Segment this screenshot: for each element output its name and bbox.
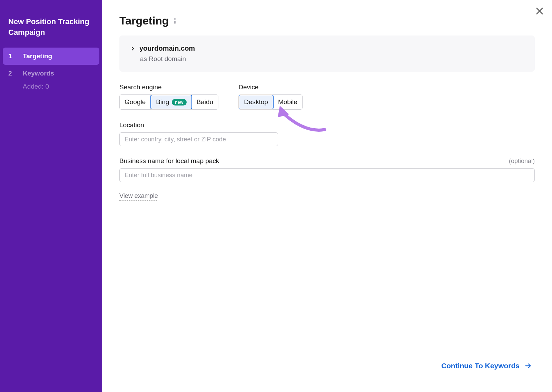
device-desktop[interactable]: Desktop — [238, 94, 274, 110]
main-content: Targeting yourdomain.com as Root domain … — [102, 0, 552, 392]
search-engine-baidu[interactable]: Baidu — [192, 95, 218, 109]
search-engine-bing[interactable]: Bing new — [150, 94, 192, 110]
new-badge: new — [172, 99, 186, 105]
device-label: Device — [238, 83, 303, 91]
search-engine-toggle: Google Bing new Baidu — [119, 94, 218, 110]
step-label: Keywords — [23, 70, 54, 77]
arrow-right-icon — [524, 362, 532, 370]
step-number: 2 — [8, 70, 13, 77]
info-icon[interactable] — [174, 18, 176, 24]
domain-subtitle: as Root domain — [140, 55, 524, 63]
search-engine-label: Search engine — [119, 83, 218, 91]
page-title-text: Targeting — [119, 14, 169, 27]
optional-label: (optional) — [509, 158, 535, 165]
location-label: Location — [119, 121, 535, 129]
step-sublabel: Added: 0 — [3, 83, 99, 90]
sidebar-step-targeting[interactable]: 1 Targeting — [3, 48, 99, 65]
sidebar: New Position Tracking Campaign 1 Targeti… — [0, 0, 102, 392]
device-toggle: Desktop Mobile — [238, 94, 303, 110]
continue-label: Continue To Keywords — [441, 362, 520, 370]
continue-button[interactable]: Continue To Keywords — [441, 362, 532, 370]
search-engine-group: Search engine Google Bing new Baidu — [119, 83, 218, 110]
domain-card[interactable]: yourdomain.com as Root domain — [119, 36, 535, 72]
sidebar-step-keywords[interactable]: 2 Keywords — [3, 65, 99, 82]
step-label: Targeting — [23, 52, 52, 60]
close-icon — [535, 6, 544, 16]
business-group: Business name for local map pack (option… — [119, 157, 535, 182]
domain-name: yourdomain.com — [139, 44, 195, 52]
view-example-link[interactable]: View example — [119, 192, 158, 201]
business-label: Business name for local map pack — [119, 157, 219, 165]
search-engine-google[interactable]: Google — [120, 95, 151, 109]
device-mobile[interactable]: Mobile — [273, 95, 302, 109]
device-group: Device Desktop Mobile — [238, 83, 303, 110]
svg-rect-3 — [174, 21, 176, 24]
sidebar-title: New Position Tracking Campaign — [3, 17, 99, 48]
page-title: Targeting — [119, 14, 535, 27]
close-button[interactable] — [535, 6, 544, 16]
step-number: 1 — [8, 52, 13, 60]
business-input[interactable] — [119, 168, 535, 182]
chevron-right-icon — [130, 46, 136, 52]
location-input[interactable] — [119, 132, 278, 146]
location-group: Location — [119, 121, 535, 146]
svg-point-2 — [174, 18, 176, 19]
